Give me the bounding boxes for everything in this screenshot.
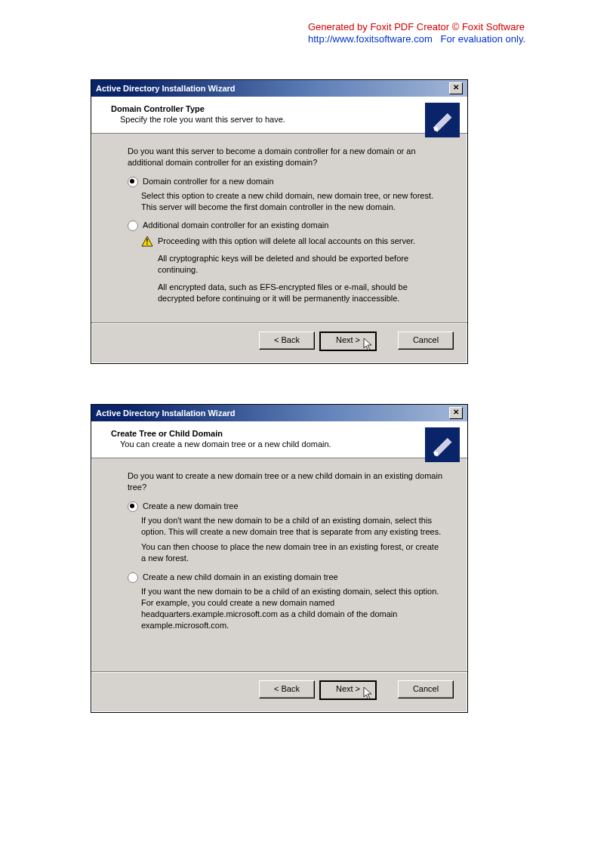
radio-new-tree[interactable]	[128, 501, 138, 512]
radio-new-domain[interactable]	[128, 177, 138, 187]
intro-text: Do you want to create a new domain tree …	[128, 470, 445, 493]
close-button[interactable]: ✕	[449, 82, 463, 94]
radio-child-domain[interactable]	[128, 572, 138, 583]
option-description: If you want the new domain to be a child…	[141, 586, 445, 631]
intro-text: Do you want this server to become a doma…	[128, 146, 445, 168]
header-subtitle: You can create a new domain tree or a ne…	[111, 439, 458, 449]
warning-text-3: All encrypted data, such as EFS-encrypte…	[158, 282, 445, 304]
option-label: Additional domain controller for an exis…	[143, 220, 328, 231]
cancel-button[interactable]: Cancel	[398, 680, 454, 698]
watermark-url: http://www.foxitsoftware.com	[308, 33, 433, 45]
wizard-header: Domain Controller Type Specify the role …	[91, 97, 467, 134]
option-child-domain[interactable]: Create a new child domain in an existing…	[128, 572, 445, 583]
pdf-watermark: Generated by Foxit PDF Creator © Foxit S…	[308, 21, 525, 45]
header-title: Domain Controller Type	[111, 104, 458, 113]
option-new-domain[interactable]: Domain controller for a new domain	[128, 176, 445, 187]
titlebar-text: Active Directory Installation Wizard	[96, 409, 236, 418]
option-label: Domain controller for a new domain	[143, 176, 274, 187]
wizard-icon	[425, 103, 460, 137]
wizard-body: Do you want to create a new domain tree …	[91, 458, 467, 667]
cancel-button[interactable]: Cancel	[398, 331, 454, 350]
option-label: Create a new child domain in an existing…	[143, 572, 338, 583]
wizard-dialog-domain-controller-type: Active Directory Installation Wizard ✕ D…	[91, 79, 468, 364]
wizard-dialog-create-tree: Active Directory Installation Wizard ✕ C…	[91, 404, 468, 713]
warning-block: ! Proceeding with this option will delet…	[141, 236, 445, 304]
option-description-2: You can then choose to place the new dom…	[141, 541, 445, 564]
svg-point-0	[434, 127, 438, 131]
next-button[interactable]: Next >	[319, 331, 377, 351]
titlebar: Active Directory Installation Wizard ✕	[91, 405, 467, 421]
warning-icon: !	[141, 236, 153, 247]
button-row: < Back Next > Cancel	[91, 324, 467, 363]
wizard-body: Do you want this server to become a doma…	[91, 134, 467, 318]
header-title: Create Tree or Child Domain	[111, 429, 458, 438]
warning-text-1: Proceeding with this option will delete …	[158, 236, 415, 247]
radio-additional-controller[interactable]	[128, 220, 138, 231]
back-button[interactable]: < Back	[259, 680, 315, 698]
option-description: Select this option to create a new child…	[141, 190, 445, 213]
wizard-header: Create Tree or Child Domain You can crea…	[91, 421, 467, 458]
titlebar-text: Active Directory Installation Wizard	[96, 84, 236, 93]
warning-text-2: All cryptographic keys will be deleted a…	[158, 253, 445, 276]
close-button[interactable]: ✕	[449, 407, 463, 419]
svg-point-3	[434, 452, 438, 455]
option-new-tree[interactable]: Create a new domain tree	[128, 501, 445, 512]
button-row: < Back Next > Cancel	[91, 673, 467, 712]
back-button[interactable]: < Back	[259, 331, 315, 350]
watermark-note: For evaluation only.	[441, 33, 526, 45]
option-additional-controller[interactable]: Additional domain controller for an exis…	[128, 220, 445, 231]
header-subtitle: Specify the role you want this server to…	[111, 115, 458, 124]
titlebar: Active Directory Installation Wizard ✕	[91, 80, 467, 97]
option-label: Create a new domain tree	[143, 501, 239, 512]
svg-text:!: !	[146, 238, 148, 246]
wizard-icon	[425, 427, 460, 462]
next-button[interactable]: Next >	[319, 680, 377, 700]
option-description-1: If you don't want the new domain to be a…	[141, 515, 445, 538]
watermark-line1: Generated by Foxit PDF Creator © Foxit S…	[308, 21, 525, 33]
